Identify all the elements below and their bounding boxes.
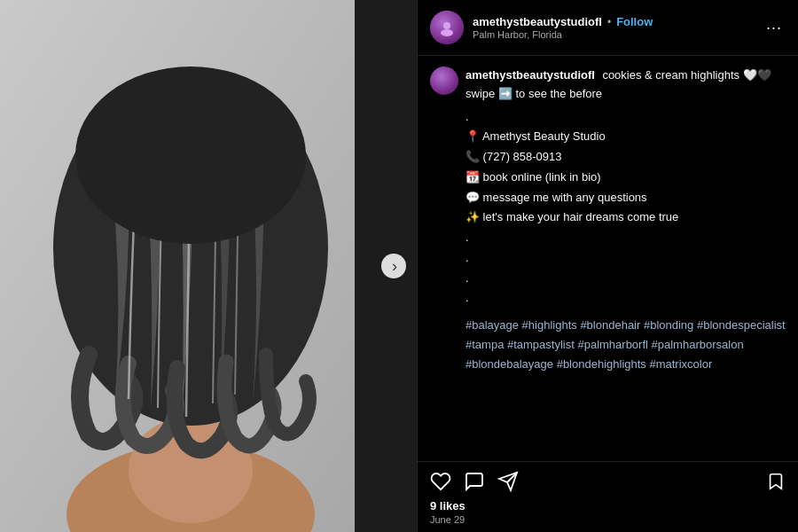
dot-separator: • bbox=[607, 16, 611, 28]
like-button[interactable] bbox=[430, 471, 451, 492]
post-date: June 29 bbox=[430, 514, 786, 525]
caption-block: .📍 Amethyst Beauty Studio📞 (727) 858-091… bbox=[466, 107, 786, 309]
share-button[interactable] bbox=[497, 471, 519, 492]
avatar bbox=[430, 11, 464, 44]
caption-avatar bbox=[430, 66, 458, 95]
post-info-panel: amethystbeautystudiofl • Follow Palm Har… bbox=[417, 0, 798, 532]
bookmark-button[interactable] bbox=[766, 472, 786, 491]
likes-count: 9 likes bbox=[430, 499, 786, 512]
action-left bbox=[430, 471, 519, 492]
post-header: amethystbeautystudiofl • Follow Palm Har… bbox=[418, 0, 798, 56]
action-icons bbox=[430, 471, 786, 492]
follow-button[interactable]: Follow bbox=[616, 15, 653, 28]
svg-point-7 bbox=[441, 29, 453, 36]
svg-point-6 bbox=[443, 22, 450, 29]
hashtags: #balayage #highlights #blondehair #blond… bbox=[466, 316, 786, 374]
next-image-button[interactable] bbox=[381, 254, 406, 278]
comment-button[interactable] bbox=[464, 471, 485, 492]
caption-body: amethystbeautystudiofl cookies & cream h… bbox=[466, 66, 786, 374]
header-info: amethystbeautystudiofl • Follow Palm Har… bbox=[473, 15, 763, 40]
caption-area: amethystbeautystudiofl cookies & cream h… bbox=[418, 56, 798, 461]
post-username: amethystbeautystudiofl bbox=[473, 15, 602, 28]
caption-header: amethystbeautystudiofl cookies & cream h… bbox=[430, 66, 786, 374]
more-options-button[interactable]: ··· bbox=[763, 19, 786, 37]
action-bar: 9 likes June 29 bbox=[418, 461, 798, 532]
post-image-panel bbox=[0, 0, 417, 532]
caption-username: amethystbeautystudiofl bbox=[466, 68, 595, 82]
post-location: Palm Harbor, Florida bbox=[473, 29, 763, 40]
svg-point-5 bbox=[75, 66, 306, 244]
